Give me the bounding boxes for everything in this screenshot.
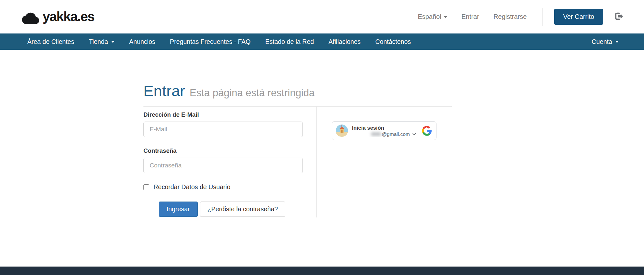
remember-row: Recordar Datos de Usuario xyxy=(143,183,316,191)
nav-item-contactenos[interactable]: Contáctenos xyxy=(375,38,411,46)
page-subtitle: Esta página está restringida xyxy=(190,87,315,98)
nav-item-tienda-label: Tienda xyxy=(89,38,108,46)
caret-down-icon xyxy=(615,41,619,43)
view-cart-button[interactable]: Ver Carrito xyxy=(554,9,603,25)
page-title-row: EntrarEsta página está restringida xyxy=(143,82,452,100)
google-signin-email-row: @gmail.com xyxy=(352,131,418,137)
email-field[interactable] xyxy=(143,122,303,137)
google-logo-icon xyxy=(422,125,432,136)
footer-strip xyxy=(0,267,644,275)
google-signin-email-domain: @gmail.com xyxy=(382,131,410,137)
language-dropdown[interactable]: Español xyxy=(418,13,447,20)
remember-label: Recordar Datos de Usuario xyxy=(154,183,230,191)
nav-item-afiliaciones[interactable]: Afiliaciones xyxy=(329,38,361,46)
login-columns: Dirección de E-Mail Contraseña Recordar … xyxy=(143,107,452,217)
cloud-logo-icon xyxy=(21,10,40,24)
logo-text: yakka.es xyxy=(43,9,94,24)
login-section: EntrarEsta página está restringida Direc… xyxy=(143,82,452,217)
header-divider xyxy=(542,8,543,26)
google-signin-title: Inicia sesión xyxy=(352,124,418,131)
main-navbar: Área de Clientes Tienda Anuncios Pregunt… xyxy=(0,33,644,50)
top-header: yakka.es Español Entrar Registrarse Ver … xyxy=(0,0,644,33)
caret-down-icon xyxy=(111,41,114,43)
nav-item-anuncios[interactable]: Anuncios xyxy=(129,38,155,46)
forgot-password-button[interactable]: ¿Perdiste la contraseña? xyxy=(200,202,286,217)
caret-down-icon xyxy=(444,16,447,18)
site-logo[interactable]: yakka.es xyxy=(21,9,94,24)
header-actions: Español Entrar Registrarse Ver Carrito xyxy=(403,8,624,26)
remember-checkbox[interactable] xyxy=(143,184,149,190)
google-signin-column: Inicia sesión @gmail.com xyxy=(317,107,436,217)
nav-item-faq[interactable]: Preguntas Frecuentes - FAQ xyxy=(170,38,250,46)
logout-button[interactable] xyxy=(613,11,624,22)
nav-item-cuenta-label: Cuenta xyxy=(592,38,612,46)
google-signin-card[interactable]: Inicia sesión @gmail.com xyxy=(332,121,436,140)
avatar xyxy=(336,124,348,137)
email-label: Dirección de E-Mail xyxy=(143,111,316,118)
nav-item-tienda[interactable]: Tienda xyxy=(89,38,114,46)
password-field[interactable] xyxy=(143,158,303,173)
login-link[interactable]: Entrar xyxy=(462,13,479,20)
page-title: Entrar xyxy=(143,82,185,99)
google-signin-text: Inicia sesión @gmail.com xyxy=(352,124,418,137)
chevron-down-icon[interactable] xyxy=(411,131,417,137)
nav-item-estado-de-la-red[interactable]: Estado de la Red xyxy=(265,38,314,46)
login-form: Dirección de E-Mail Contraseña Recordar … xyxy=(143,107,317,217)
redacted-email-username xyxy=(371,132,381,136)
login-submit-button[interactable]: Ingresar xyxy=(159,202,198,217)
register-link[interactable]: Registrarse xyxy=(493,13,527,20)
language-label: Español xyxy=(418,13,441,20)
password-label: Contraseña xyxy=(143,147,316,154)
form-buttons: Ingresar ¿Perdiste la contraseña? xyxy=(159,202,316,217)
nav-item-area-de-clientes[interactable]: Área de Clientes xyxy=(27,38,74,46)
logout-icon xyxy=(613,11,624,22)
nav-item-cuenta[interactable]: Cuenta xyxy=(592,38,619,46)
